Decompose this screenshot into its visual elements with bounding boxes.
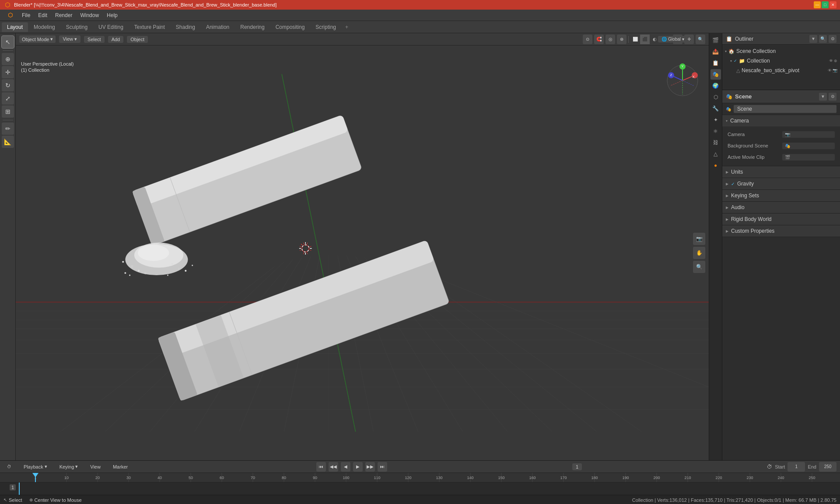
scene-name-input[interactable]: Scene <box>734 105 836 113</box>
object-menu-button[interactable]: Object <box>127 36 148 43</box>
step-forward-button[interactable]: ▶▶ <box>365 462 375 472</box>
props-output-icon[interactable]: 📤 <box>710 46 721 57</box>
wireframe-mode-button[interactable]: ⬜ <box>630 35 640 44</box>
viewport-scene <box>16 46 709 460</box>
move-tool-button[interactable]: ✛ <box>2 66 14 78</box>
menu-bar: ⬡ File Edit Render Window Help <box>0 10 840 21</box>
viewport-hand-button[interactable]: ✋ <box>693 247 705 259</box>
transform-tool-button[interactable]: ⊞ <box>2 105 14 118</box>
select-menu-button[interactable]: Select <box>84 36 105 43</box>
cursor-tool-button[interactable]: ⊕ <box>2 53 14 65</box>
pivot-point-button[interactable]: ⊙ <box>583 35 592 44</box>
add-menu-button[interactable]: Add <box>108 36 124 43</box>
props-physics-icon[interactable]: ⚛ <box>710 126 721 136</box>
tab-shading[interactable]: Shading <box>171 22 200 32</box>
outliner-collection[interactable]: ▾ ✓ 📁 Collection 👁 ⊕ <box>722 56 840 66</box>
proportional-connected-button[interactable]: ⊛ <box>617 35 626 44</box>
proportional-edit-button[interactable]: ◎ <box>606 35 615 44</box>
units-section-header[interactable]: ▶ Units <box>722 166 840 178</box>
scene-props-options-icon[interactable]: ⚙ <box>829 93 836 101</box>
camera-section-header[interactable]: ▾ Camera <box>722 115 840 126</box>
props-render-icon[interactable]: 🎬 <box>710 35 721 46</box>
collection-cursor-icon[interactable]: ⊕ <box>834 59 837 63</box>
snap-button[interactable]: 🧲 <box>594 35 604 44</box>
outliner-options-icon[interactable]: ⚙ <box>829 35 836 43</box>
scene-props-expand-icon[interactable]: ▼ <box>819 93 827 101</box>
play-button[interactable]: ▶ <box>353 462 363 472</box>
tab-uv-editing[interactable]: UV Editing <box>93 22 129 32</box>
tab-animation[interactable]: Animation <box>201 22 234 32</box>
object-eye-icon[interactable]: 👁 <box>828 68 832 73</box>
object-camera-icon[interactable]: 📷 <box>833 68 837 73</box>
viewport-canvas[interactable]: User Perspective (Local) (1) Collection … <box>16 46 709 460</box>
menu-edit[interactable]: Edit <box>35 11 51 19</box>
keying-sets-section-header[interactable]: ▶ Keying Sets <box>722 190 840 201</box>
props-particles-icon[interactable]: ✦ <box>710 115 721 125</box>
menu-render[interactable]: Render <box>52 11 76 19</box>
outliner-filter-icon[interactable]: ▼ <box>809 35 817 43</box>
view-menu[interactable]: View <box>87 463 104 470</box>
global-transform-button[interactable]: 🌐 Global ▾ <box>658 36 688 42</box>
viewport[interactable]: Object Mode ▾ View ▾ Select Add Object 🌐… <box>16 33 709 460</box>
rigid-body-world-section-header[interactable]: ▶ Rigid Body World <box>722 214 840 225</box>
background-scene-value[interactable]: 🎭 <box>782 143 835 149</box>
keying-menu[interactable]: Keying ▾ <box>56 463 82 470</box>
menu-window[interactable]: Window <box>77 11 102 19</box>
annotate-tool-button[interactable]: ✏ <box>2 122 14 135</box>
current-frame-display[interactable]: 1 <box>572 463 582 470</box>
jump-start-button[interactable]: ⏮ <box>316 462 326 472</box>
outliner-scene-collection[interactable]: ▾ 🏠 Scene Collection <box>722 46 840 56</box>
end-frame-input[interactable]: 250 <box>819 462 836 472</box>
viewport-search-button[interactable]: 🔍 <box>696 35 705 44</box>
viewport-zoom-button[interactable]: 🔍 <box>693 261 705 273</box>
solid-mode-button[interactable]: ⬛ <box>640 35 650 44</box>
select-tool-button[interactable]: ↖ <box>2 36 14 48</box>
minimize-button[interactable]: — <box>814 1 821 8</box>
tab-modeling[interactable]: Modeling <box>28 22 60 32</box>
maximize-button[interactable]: □ <box>822 1 829 8</box>
add-tab-button[interactable]: + <box>342 22 352 32</box>
viewport-options-button[interactable]: View ▾ <box>59 35 80 43</box>
custom-properties-section-header[interactable]: ▶ Custom Properties <box>722 225 840 237</box>
active-movie-clip-value[interactable]: 🎬 <box>782 154 835 161</box>
props-view-layer-icon[interactable]: 📋 <box>710 58 721 68</box>
start-frame-input[interactable]: 1 <box>788 462 805 472</box>
measure-tool-button[interactable]: 📐 <box>2 136 14 148</box>
close-button[interactable]: ✕ <box>830 1 836 8</box>
props-constraints-icon[interactable]: ⛓ <box>710 137 721 148</box>
tab-layout[interactable]: Layout <box>2 22 28 32</box>
rotate-tool-button[interactable]: ↻ <box>2 79 14 91</box>
audio-section-header[interactable]: ▶ Audio <box>722 202 840 213</box>
scale-tool-button[interactable]: ⤢ <box>2 92 14 105</box>
tab-texture-paint[interactable]: Texture Paint <box>129 22 170 32</box>
props-scene-icon[interactable]: 🎭 <box>710 69 721 80</box>
menu-help[interactable]: Help <box>103 11 121 19</box>
tab-compositing[interactable]: Compositing <box>270 22 310 32</box>
title-bar-controls[interactable]: — □ ✕ <box>814 1 836 8</box>
menu-blender[interactable]: ⬡ <box>3 10 18 20</box>
orientation-gizmo[interactable]: X Y Z <box>665 63 700 98</box>
tab-rendering[interactable]: Rendering <box>235 22 270 32</box>
marker-menu[interactable]: Marker <box>109 463 131 470</box>
outliner-object[interactable]: △ Nescafe_two_stick_pivot 👁 📷 <box>722 66 840 75</box>
props-object-icon[interactable]: ⬡ <box>710 92 721 102</box>
playback-menu[interactable]: Playback ▾ <box>20 463 51 470</box>
outliner-search-icon[interactable]: 🔍 <box>819 35 827 43</box>
step-back-button[interactable]: ◀ <box>341 462 350 472</box>
camera-value[interactable]: 📷 <box>782 131 835 138</box>
props-modifier-icon[interactable]: 🔧 <box>710 103 721 114</box>
object-mode-dropdown[interactable]: Object Mode ▾ <box>19 35 56 43</box>
props-material-icon[interactable]: ● <box>710 160 721 171</box>
props-world-icon[interactable]: 🌍 <box>710 80 721 91</box>
tab-sculpting[interactable]: Sculpting <box>61 22 93 32</box>
tab-scripting[interactable]: Scripting <box>310 22 341 32</box>
timeline-track-area[interactable]: 1 <box>0 483 840 495</box>
gravity-section-header[interactable]: ▶ ✓ Gravity <box>722 178 840 189</box>
jump-end-button[interactable]: ⏭ <box>378 462 387 472</box>
props-data-icon[interactable]: △ <box>710 149 721 159</box>
menu-file[interactable]: File <box>18 11 34 19</box>
gravity-checkbox[interactable]: ✓ <box>731 182 735 186</box>
collection-eye-icon[interactable]: 👁 <box>829 59 833 63</box>
viewport-camera-button[interactable]: 📷 <box>693 233 705 245</box>
prev-keyframe-button[interactable]: ◀◀ <box>329 462 338 472</box>
